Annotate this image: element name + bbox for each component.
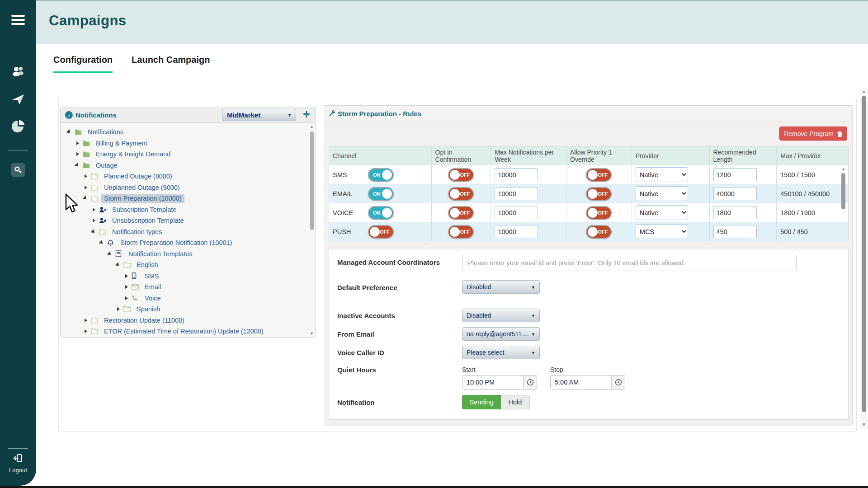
tree-node[interactable]: Restoration Update (11000) xyxy=(61,315,310,326)
expand-arrow-icon[interactable] xyxy=(83,328,89,334)
tree-node[interactable]: Spanish xyxy=(61,304,310,315)
tree-node-label[interactable]: ETOR (Estimated Time of Restoration) Upd… xyxy=(101,327,266,336)
collapse-arrow-icon[interactable] xyxy=(116,262,121,267)
page-scrollbar[interactable]: ▲ ▼ xyxy=(860,88,868,428)
tab-configuration[interactable]: Configuration xyxy=(53,55,113,73)
expand-arrow-icon[interactable] xyxy=(75,141,80,146)
tree-node-label[interactable]: Spanish xyxy=(134,305,163,314)
inactive-accounts-dropdown[interactable]: Disabled ▼ xyxy=(462,309,540,322)
notification-sending-button[interactable]: Sending xyxy=(462,395,501,409)
max-notifications-input[interactable] xyxy=(495,225,538,238)
recommended-length-input[interactable] xyxy=(713,206,757,219)
info-icon[interactable]: i xyxy=(65,111,73,119)
tree-node-label[interactable]: Unplanned Outage (9000) xyxy=(101,183,183,192)
notification-hold-button[interactable]: Hold xyxy=(501,395,530,409)
collapse-arrow-icon[interactable] xyxy=(108,251,113,257)
from-email-dropdown[interactable]: no-reply@agent511.... ▼ xyxy=(462,327,540,341)
clock-icon[interactable] xyxy=(611,375,625,389)
scrollbar-thumb[interactable] xyxy=(862,96,866,412)
max-notifications-input[interactable] xyxy=(495,187,538,200)
tree-node[interactable]: Storm Preparation (10000) xyxy=(61,193,310,204)
default-preference-dropdown[interactable]: Disabled ▼ xyxy=(462,280,540,294)
scroll-down-icon[interactable]: ▼ xyxy=(310,331,314,336)
scroll-up-icon[interactable]: ▲ xyxy=(841,167,845,171)
tree-node-label[interactable]: English xyxy=(134,260,161,269)
tree-node[interactable]: Email xyxy=(61,282,310,293)
tree-node[interactable]: SMS xyxy=(61,271,310,282)
pie-chart-icon[interactable] xyxy=(0,119,36,134)
max-notifications-input[interactable] xyxy=(495,206,538,219)
tree-node-label[interactable]: Email xyxy=(142,282,164,291)
collapse-arrow-icon[interactable] xyxy=(75,163,80,168)
tree-node[interactable]: Notification Templates xyxy=(61,249,310,260)
tree-scrollbar[interactable]: ▲ ▼ xyxy=(309,124,315,336)
scrollbar-thumb[interactable] xyxy=(310,131,314,230)
voice-caller-id-dropdown[interactable]: Please select ▼ xyxy=(462,346,540,359)
scroll-down-icon[interactable]: ▼ xyxy=(862,422,866,427)
opt-in-confirmation-toggle[interactable]: OFF xyxy=(448,206,474,220)
expand-arrow-icon[interactable] xyxy=(124,273,129,279)
max-notifications-input[interactable] xyxy=(495,168,538,181)
menu-icon[interactable] xyxy=(0,15,36,25)
tree-node-label[interactable]: SMS xyxy=(142,272,161,281)
scrollbar-thumb[interactable] xyxy=(841,173,845,209)
send-icon[interactable] xyxy=(0,92,36,107)
collapse-arrow-icon[interactable] xyxy=(99,240,105,245)
tree-node-label[interactable]: Storm Preparation (10000) xyxy=(101,194,184,203)
opt-in-confirmation-toggle[interactable]: OFF xyxy=(448,168,474,182)
opt-in-confirmation-toggle[interactable]: OFF xyxy=(448,225,474,239)
tree-node[interactable]: Energy & Insight Demand xyxy=(61,149,310,160)
quiet-hours-stop-input[interactable]: 5:00 AM xyxy=(550,375,625,389)
market-dropdown[interactable]: MidMarket ▼ xyxy=(222,109,296,121)
provider-select[interactable]: Native xyxy=(636,167,688,182)
provider-select[interactable]: MCS xyxy=(636,224,688,239)
tree-node[interactable]: Notifications xyxy=(61,127,310,138)
tree-node[interactable]: Storm Preparation Notification (10001) xyxy=(61,237,310,249)
recommended-length-input[interactable] xyxy=(713,168,757,181)
allow-priority-override-toggle[interactable]: OFF xyxy=(586,225,612,239)
expand-arrow-icon[interactable] xyxy=(124,284,129,290)
tree-node-label[interactable]: Notifications xyxy=(85,127,126,136)
logout-button[interactable]: Logout xyxy=(0,453,36,474)
tree-node-label[interactable]: Planned Outage (8000) xyxy=(101,172,175,181)
channel-enabled-toggle[interactable]: ON xyxy=(368,187,394,201)
tree-node-label[interactable]: Storm Preparation Notification (10001) xyxy=(118,238,235,247)
tree-node-label[interactable]: Notification types xyxy=(109,227,165,236)
quiet-hours-start-input[interactable]: 10:00 PM xyxy=(462,375,537,389)
scroll-up-icon[interactable]: ▲ xyxy=(310,124,314,129)
tree-node[interactable]: Unplanned Outage (9000) xyxy=(61,182,310,193)
expand-arrow-icon[interactable] xyxy=(83,185,89,190)
users-icon[interactable] xyxy=(0,64,36,80)
tree-node[interactable]: English xyxy=(61,259,310,271)
mac-email-input[interactable] xyxy=(462,255,797,271)
recommended-length-input[interactable] xyxy=(713,187,757,200)
tree-node-label[interactable]: Restoration Update (11000) xyxy=(101,316,187,325)
add-program-button[interactable]: + xyxy=(303,108,310,122)
tree-node-label[interactable]: Notification Templates xyxy=(126,249,195,258)
tree-node-label[interactable]: Subscription Template xyxy=(109,205,179,214)
tree-node-label[interactable]: Energy & Insight Demand xyxy=(93,150,173,159)
clock-icon[interactable] xyxy=(523,375,537,389)
tree-node[interactable]: Voice xyxy=(61,293,310,304)
collapse-arrow-icon[interactable] xyxy=(91,229,97,235)
tab-launch-campaign[interactable]: Launch Campaign xyxy=(132,55,210,73)
expand-arrow-icon[interactable] xyxy=(124,296,129,301)
tree-node-label[interactable]: Voice xyxy=(142,294,163,303)
scroll-up-icon[interactable]: ▲ xyxy=(862,89,866,94)
collapse-arrow-icon[interactable] xyxy=(83,196,89,201)
tree-node[interactable]: Notification types xyxy=(61,226,310,238)
channel-enabled-toggle[interactable]: ON xyxy=(368,168,394,182)
allow-priority-override-toggle[interactable]: OFF xyxy=(586,168,612,182)
tree-node-label[interactable]: Billing & Payment xyxy=(93,139,150,148)
recommended-length-input[interactable] xyxy=(713,225,757,238)
channel-enabled-toggle[interactable]: ON xyxy=(368,206,394,220)
tree-node[interactable]: Subscription Template xyxy=(61,204,310,216)
tree-node-label[interactable]: Outage xyxy=(93,161,120,170)
allow-priority-override-toggle[interactable]: OFF xyxy=(586,206,612,220)
tree-node[interactable]: Unsubscription Template xyxy=(61,215,310,226)
channel-enabled-toggle[interactable]: OFF xyxy=(368,225,394,239)
tree-node[interactable]: Planned Outage (8000) xyxy=(61,171,310,182)
collapse-arrow-icon[interactable] xyxy=(67,129,72,135)
expand-arrow-icon[interactable] xyxy=(116,306,121,312)
opt-in-confirmation-toggle[interactable]: OFF xyxy=(448,187,474,201)
